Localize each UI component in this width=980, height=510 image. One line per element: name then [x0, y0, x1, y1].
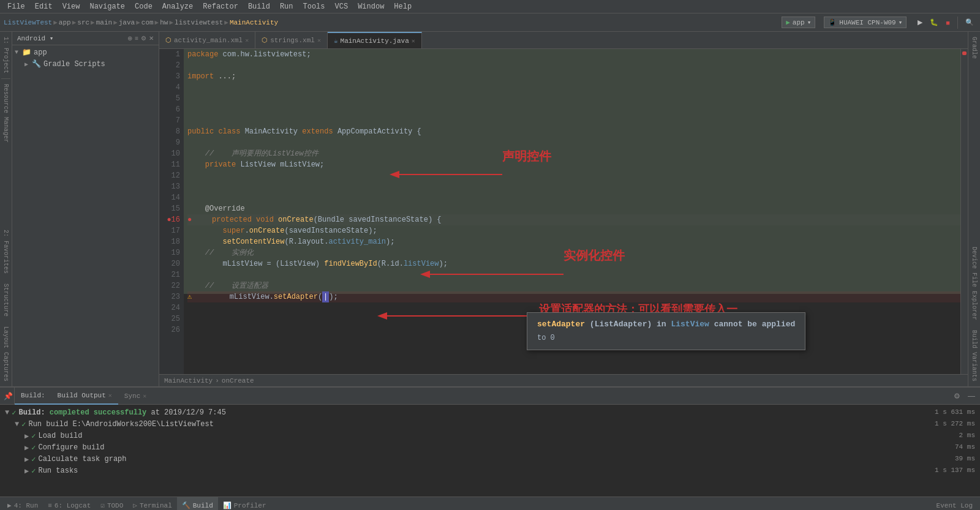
project-collapse-button[interactable]: ≡	[135, 35, 138, 42]
menu-tools[interactable]: Tools	[298, 0, 330, 13]
bottom-panel-icons: 📌	[2, 388, 15, 404]
bottom-panel: 📌 Build: Build Output ✕ Sync ✕ ⚙ — ▼ ✓ B…	[0, 386, 980, 497]
code-line-22: // 设置适配器	[187, 280, 960, 291]
close-tab-strings[interactable]: ✕	[317, 37, 321, 44]
bottom-tab-build-output-label: Build Output	[58, 392, 106, 399]
build-check-4: ✓	[31, 455, 36, 464]
close-build-output[interactable]: ✕	[108, 392, 112, 399]
app-tab-terminal-label: Terminal	[140, 502, 172, 509]
code-line-20: mListView = (ListView) findViewById(R.id…	[187, 258, 960, 269]
sidebar-item-project[interactable]: 1: Project	[1, 32, 10, 79]
sidebar-item-resource-manager[interactable]: Resource Manager	[1, 79, 10, 148]
breadcrumb-project[interactable]: ListViewTest	[4, 19, 52, 26]
stop-button[interactable]: ■	[943, 18, 952, 28]
run-button[interactable]: ▶	[915, 17, 925, 28]
run-config-selector[interactable]: ▶ app ▾	[782, 17, 815, 28]
bottom-tab-build-output[interactable]: Build Output ✕	[51, 388, 118, 405]
code-line-17: super.onCreate(savedInstanceState);	[187, 225, 960, 236]
menu-file[interactable]: File	[2, 0, 30, 13]
code-content[interactable]: package com.hw.listviewtest; import ...;…	[184, 49, 960, 374]
tab-strings-xml[interactable]: ⬡ strings.xml ✕	[255, 32, 328, 49]
menu-code[interactable]: Code	[130, 0, 157, 13]
menu-view[interactable]: View	[58, 0, 85, 13]
app-tab-run[interactable]: ▶ 4: Run	[2, 497, 43, 511]
build-check-5: ✓	[31, 467, 36, 476]
menu-navigate[interactable]: Navigate	[85, 0, 130, 13]
bottom-tab-sync[interactable]: Sync ✕	[118, 388, 153, 405]
sidebar-item-favorites[interactable]: 2: Favorites	[1, 225, 10, 279]
project-locate-button[interactable]: ⊕	[127, 35, 132, 42]
app-tab-logcat[interactable]: ≡ 6: Logcat	[43, 497, 96, 511]
tree-item-gradle-scripts[interactable]: ▶ 🔧 Gradle Scripts	[12, 58, 159, 70]
build-entry-2: ▶ ✓ Load build 2 ms	[20, 430, 980, 442]
autocomplete-title: setAdapter (ListAdapter) in ListView can…	[537, 319, 795, 330]
app-tab-todo[interactable]: ☑ TODO	[96, 497, 128, 511]
sidebar-item-gradle[interactable]: Gradle	[970, 32, 979, 64]
editor-area: ⬡ activity_main.xml ✕ ⬡ strings.xml ✕ ☕ …	[159, 32, 968, 386]
menu-run[interactable]: Run	[275, 0, 298, 13]
bottom-tab-sync-label: Sync	[124, 392, 140, 400]
bottom-tab-build-label: Build:	[21, 392, 45, 399]
editor-scrollbar[interactable]	[960, 49, 968, 374]
project-panel: Android ▾ ⊕ ≡ ⚙ ✕ ▼ 📁 app ▶ 🔧 Gradle Scr…	[12, 32, 159, 386]
menu-build[interactable]: Build	[243, 0, 275, 13]
project-panel-header: Android ▾ ⊕ ≡ ⚙ ✕	[12, 32, 159, 45]
bottom-panel-pin-button[interactable]: 📌	[1, 391, 15, 402]
sidebar-item-structure[interactable]: Structure	[1, 279, 10, 321]
breadcrumb-main[interactable]: main	[96, 19, 112, 26]
app-tab-event-log[interactable]: Event Log	[932, 497, 978, 511]
device-selector[interactable]: 📱 HUAWEI CPN-W09 ▾	[824, 17, 907, 28]
menubar: File Edit View Navigate Code Analyze Ref…	[0, 0, 980, 13]
breadcrumb-mainactivity[interactable]: MainActivity	[230, 19, 278, 26]
menu-help[interactable]: Help	[389, 0, 417, 13]
close-sync[interactable]: ✕	[143, 392, 146, 400]
breadcrumb-com[interactable]: com	[141, 19, 154, 26]
menu-window[interactable]: Window	[353, 0, 389, 13]
bottom-tab-build[interactable]: Build:	[15, 388, 51, 405]
menu-edit[interactable]: Edit	[30, 0, 58, 13]
code-line-8: public class MainActivity extends AppCom…	[187, 126, 960, 137]
app-tab-profiler-label: Profiler	[234, 502, 266, 509]
breadcrumb-src[interactable]: src	[77, 19, 89, 26]
tree-item-app[interactable]: ▼ 📁 app	[12, 47, 159, 58]
breadcrumb-hw[interactable]: hw	[160, 19, 168, 26]
menu-analyze[interactable]: Analyze	[157, 0, 198, 13]
breadcrumb-java[interactable]: java	[119, 19, 135, 26]
close-tab-activity-main[interactable]: ✕	[245, 37, 249, 44]
project-close-button[interactable]: ✕	[149, 35, 154, 42]
breadcrumb-listviewtest[interactable]: listviewtest	[175, 19, 223, 26]
bottom-settings-gear[interactable]: ⚙	[951, 391, 963, 402]
search-button[interactable]: 🔍	[963, 17, 976, 28]
sidebar-item-layout-captures[interactable]: Layout Captures	[1, 321, 10, 386]
app-tab-event-log-label: Event Log	[937, 502, 973, 509]
app-tab-build[interactable]: 🔨 Build	[177, 497, 218, 511]
build-time-3: 74 ms	[955, 443, 975, 451]
close-tab-mainactivity[interactable]: ✕	[412, 37, 415, 45]
app-tab-todo-label: TODO	[107, 502, 123, 509]
build-text-4: Calculate task graph	[38, 455, 126, 463]
breadcrumb-app[interactable]: app	[59, 19, 71, 26]
left-sidebar: 1: Project Resource Manager 2: Favorites…	[0, 32, 12, 386]
code-line-23: ⚠ mListView.setAdapter(|);	[187, 291, 960, 302]
code-line-13	[187, 181, 960, 192]
code-line-6	[187, 104, 960, 115]
sidebar-item-device-file-explorer[interactable]: Device File Explorer	[970, 242, 979, 325]
app-tab-profiler[interactable]: 📊 Profiler	[218, 497, 271, 511]
code-line-11: private ListView mListView;	[187, 159, 960, 170]
tab-mainactivity-java[interactable]: ☕ MainActivity.java ✕	[328, 32, 422, 49]
app-tab-terminal[interactable]: ▷ Terminal	[128, 497, 176, 511]
build-time-4: 39 ms	[955, 455, 975, 462]
tab-activity-main-xml[interactable]: ⬡ activity_main.xml ✕	[159, 32, 255, 49]
project-settings-button[interactable]: ⚙	[141, 35, 146, 42]
debug-button[interactable]: 🐛	[927, 17, 941, 28]
sidebar-item-build-variants[interactable]: Build Variants	[970, 325, 979, 386]
bottom-minimize[interactable]: —	[965, 391, 978, 402]
tree-item-gradle-label: Gradle Scripts	[43, 60, 105, 69]
code-line-15: @Override	[187, 203, 960, 214]
menu-vcs[interactable]: VCS	[330, 0, 353, 13]
menu-refactor[interactable]: Refactor	[198, 0, 243, 13]
app-bottom-tabs: ▶ 4: Run ≡ 6: Logcat ☑ TODO ▷ Terminal 🔨…	[0, 497, 980, 510]
right-sidebar: Gradle Device File Explorer Build Varian…	[968, 32, 980, 386]
code-editor[interactable]: 1 2 3 4 5 6 7 8 9 10 11 12 13 14 15 ●16 …	[159, 49, 968, 374]
build-text-2: Load build	[38, 432, 82, 440]
